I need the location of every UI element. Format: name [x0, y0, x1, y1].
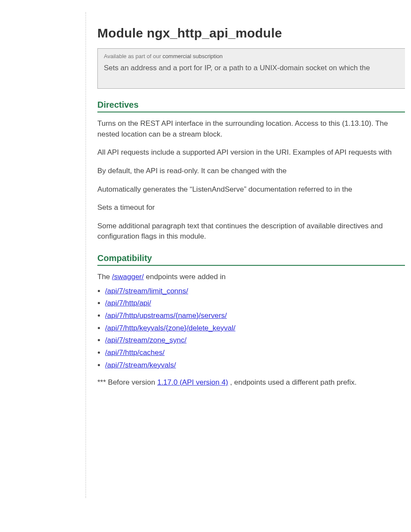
- paragraph: Sets a timeout for: [97, 202, 405, 213]
- list-item: /api/7/stream/zone_sync/: [105, 335, 405, 346]
- compatibility-body: The /swagger/ endpoints were added in /a…: [97, 272, 405, 388]
- section-heading-directives: Directives: [97, 100, 405, 110]
- compat-link[interactable]: /api/7/http/caches/: [105, 348, 165, 357]
- availability-lead: Sets an address and a port for IP, or a …: [104, 64, 399, 72]
- footnote-link[interactable]: 1.17.0 (API version 4): [157, 378, 228, 386]
- compat-link[interactable]: /api/7/http/keyvals/{zone}/delete_keyval…: [105, 324, 235, 332]
- paragraph: Automatically generates the “ListenAndSe…: [97, 184, 405, 195]
- section-rule: [97, 265, 405, 266]
- compat-link[interactable]: /api/7/stream/limit_conns/: [105, 287, 188, 295]
- paragraph: All API requests include a supported API…: [97, 147, 405, 158]
- availability-value: commercial subscription: [162, 53, 222, 59]
- compat-link[interactable]: /api/7/stream/zone_sync/: [105, 336, 187, 344]
- left-vertical-rule: [85, 12, 86, 498]
- availability-label: Available as part of our: [104, 53, 161, 59]
- compat-link[interactable]: /api/7/stream/keyvals/: [105, 361, 176, 369]
- compat-intro-suffix: endpoints were added in: [146, 273, 225, 281]
- compat-link[interactable]: /api/7/http/upstreams/{name}/servers/: [105, 311, 227, 320]
- paragraph: By default, the API is read-only. It can…: [97, 166, 405, 177]
- paragraph: Turns on the REST API interface in the s…: [97, 118, 405, 140]
- list-item: /api/7/http/caches/: [105, 348, 405, 358]
- list-item: /api/7/stream/keyvals/: [105, 360, 405, 371]
- compat-link[interactable]: /api/7/http/api/: [105, 299, 151, 307]
- section-rule: [97, 112, 405, 112]
- list-item: /api/7/http/keyvals/{zone}/delete_keyval…: [105, 323, 405, 334]
- footnote-prefix: *** Before version: [97, 378, 155, 386]
- footnote-suffix: , endpoints used a different path prefix…: [230, 378, 357, 386]
- paragraph: Some additional paragraph text that cont…: [97, 221, 405, 242]
- list-item: /api/7/http/api/: [105, 298, 405, 309]
- availability-box: Available as part of our commercial subs…: [97, 48, 405, 89]
- directives-body: Turns on the REST API interface in the s…: [97, 118, 405, 242]
- page-title: Module ngx_http_api_module: [97, 26, 405, 40]
- compat-intro-link[interactable]: /swagger/: [112, 273, 144, 281]
- compat-intro-prefix: The: [97, 273, 110, 281]
- compatibility-link-list: /api/7/stream/limit_conns/ /api/7/http/a…: [105, 286, 405, 370]
- list-item: /api/7/stream/limit_conns/: [105, 286, 405, 297]
- list-item: /api/7/http/upstreams/{name}/servers/: [105, 311, 405, 321]
- section-heading-compatibility: Compatibility: [97, 253, 405, 263]
